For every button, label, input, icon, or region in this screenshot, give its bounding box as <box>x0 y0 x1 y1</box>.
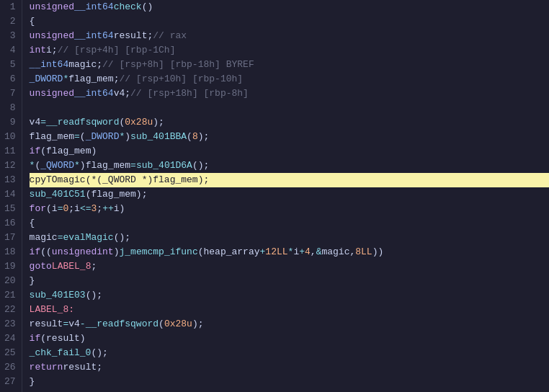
code-line: } <box>30 375 549 389</box>
code-line: if ( flag_mem ) <box>30 144 549 159</box>
code-line: LABEL_8: <box>30 303 549 317</box>
code-line: { <box>30 14 549 29</box>
code-line: return result; <box>30 360 549 375</box>
code-line: if ( result ) <box>30 331 549 346</box>
code-line: unsigned __int64 v4; // [rsp+18h] [rbp-8… <box>30 86 549 101</box>
line-numbers: 1 2 3 4 5 6 7 8 9 10 11 12 13 14 15 16 1… <box>0 0 22 392</box>
code-line: for ( i = 0; i <= 3; ++i ) <box>30 202 549 216</box>
code-line: flag_mem = (_DWORD *)sub_401BBA(8); <box>30 130 549 144</box>
code-content[interactable]: unsigned __int64 check() { unsigned __in… <box>22 0 549 392</box>
code-line: unsigned __int64 check() <box>30 0 549 14</box>
code-line: goto LABEL_8; <box>30 259 549 274</box>
code-line <box>30 101 549 115</box>
code-line: *(_QWORD *)flag_mem = sub_401D6A(); <box>30 159 549 173</box>
code-line: _chk_fail_0(); <box>30 346 549 360</box>
code-line: __int64 magic; // [rsp+8h] [rbp-18h] BYR… <box>30 58 549 72</box>
code-line-highlighted: cpyTOmagic(*(_QWORD *)flag_mem); <box>30 173 549 187</box>
code-line: v4 = __readfsqword(0x28u); <box>30 115 549 130</box>
code-line: sub_401C51(flag_mem); <box>30 187 549 202</box>
code-line: result = v4 - __readfsqword(0x28u); <box>30 317 549 331</box>
code-line: } <box>30 274 549 288</box>
code-line: _DWORD *flag_mem; // [rsp+10h] [rbp-10h] <box>30 72 549 86</box>
code-line: magic = evalMagic(); <box>30 231 549 245</box>
code-editor: 1 2 3 4 5 6 7 8 9 10 11 12 13 14 15 16 1… <box>0 0 549 392</box>
code-line: int i; // [rsp+4h] [rbp-1Ch] <box>30 43 549 58</box>
code-line: if ( (unsigned int)j_memcmp_ifunc(heap_a… <box>30 245 549 259</box>
code-line: unsigned __int64 result; // rax <box>30 29 549 43</box>
code-line: sub_401E03(); <box>30 288 549 303</box>
code-line: { <box>30 216 549 231</box>
